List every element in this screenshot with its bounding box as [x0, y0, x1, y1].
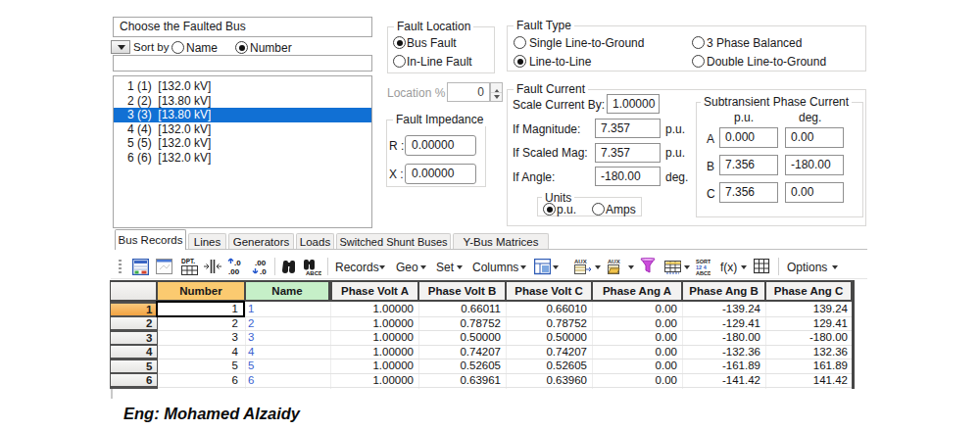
- svg-text:ABCD: ABCD: [696, 270, 710, 276]
- svg-text:.00: .00: [255, 259, 267, 267]
- svg-text:ABCD: ABCD: [306, 270, 321, 276]
- svg-text:.0: .0: [260, 267, 267, 275]
- svg-text:DPT.: DPT.: [181, 258, 195, 264]
- svg-text:.00: .00: [228, 267, 240, 275]
- svg-text:AUX: AUX: [608, 259, 620, 264]
- svg-text:.0: .0: [234, 259, 241, 267]
- svg-text:AUX: AUX: [574, 259, 587, 264]
